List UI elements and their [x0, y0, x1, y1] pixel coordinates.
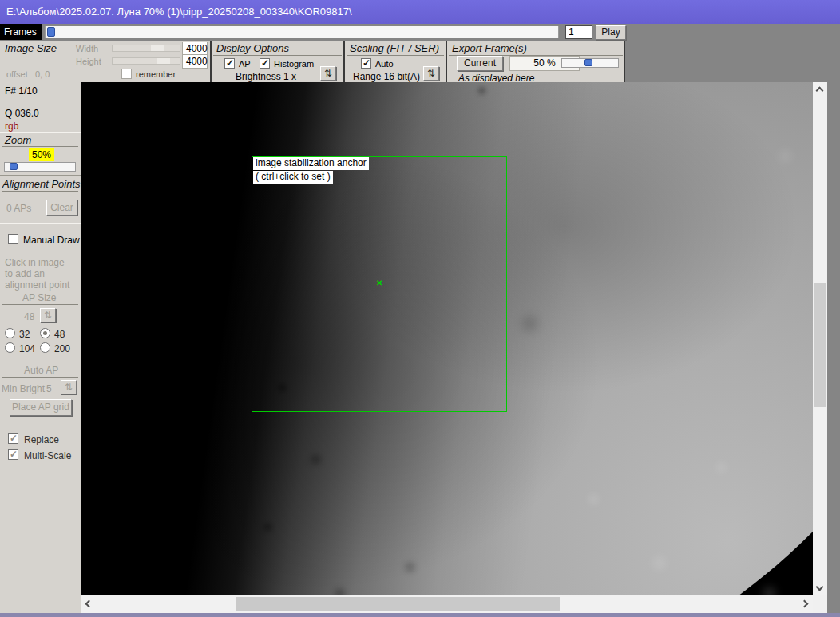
chevron-up-icon [816, 87, 824, 95]
ap-hint-line3: alignment point [5, 279, 69, 291]
width-slider-thumb[interactable] [151, 45, 164, 51]
chevron-down-icon [816, 583, 824, 591]
ap-size-radio-48[interactable] [40, 328, 50, 338]
multi-scale-checkbox[interactable] [8, 449, 18, 460]
histogram-label: Histogram [274, 59, 314, 69]
play-button[interactable]: Play [596, 25, 626, 40]
scroll-left-button[interactable] [81, 595, 94, 613]
anchor-label-line2: ( ctrl+click to set ) [253, 171, 333, 184]
scroll-right-button[interactable] [799, 595, 813, 613]
zoom-slider[interactable] [4, 162, 76, 172]
divider [0, 175, 81, 176]
divider [0, 223, 81, 224]
auto-scaling-label: Auto [375, 59, 394, 69]
ap-size-spinner-icon[interactable]: ⇅ [40, 308, 56, 322]
frames-slider-thumb[interactable] [47, 27, 55, 37]
frame-number-input[interactable] [565, 25, 592, 39]
ap-hint-line2: to add an [5, 268, 45, 279]
ap-size-rule [2, 304, 78, 305]
width-label: Width [76, 44, 98, 53]
vertical-scrollbar[interactable] [813, 82, 827, 595]
scaling-rule [347, 55, 444, 56]
image-size-title: Image Size [5, 42, 57, 54]
place-ap-grid-button[interactable]: Place AP grid [10, 399, 72, 416]
remember-checkbox[interactable] [121, 69, 132, 79]
image-viewer-canvas[interactable]: image stabilization anchor ( ctrl+click … [81, 82, 813, 595]
offset-label: offset [6, 69, 28, 79]
replace-checkbox[interactable] [8, 433, 18, 444]
quality-value: Q 036.0 [5, 108, 39, 119]
chevron-left-icon [85, 600, 93, 608]
ap-size-radio-104-label: 104 [19, 343, 35, 354]
stabilization-anchor-rect[interactable]: image stabilization anchor ( ctrl+click … [252, 156, 507, 412]
horizontal-scrollbar-thumb[interactable] [236, 597, 560, 611]
multi-scale-label: Multi-Scale [24, 450, 71, 461]
frames-slider[interactable] [45, 26, 559, 38]
image-size-panel: Image Size Width 4000 Height 4000 offset… [0, 41, 210, 82]
horizontal-scrollbar[interactable] [81, 595, 813, 613]
range-spinner-icon[interactable]: ⇅ [423, 66, 439, 81]
anchor-center-marker-icon: ✕ [376, 279, 382, 287]
color-mode: rgb [5, 121, 18, 132]
scaling-title: Scaling (FIT / SER) [350, 42, 439, 54]
width-slider[interactable] [112, 45, 180, 52]
frames-toolbar: Frames Play [0, 24, 840, 41]
manual-draw-label: Manual Draw [23, 235, 80, 246]
ap-size-label: AP Size [22, 292, 56, 303]
export-scale-slider[interactable] [561, 58, 619, 68]
ap-size-radio-32[interactable] [5, 328, 15, 338]
alignment-points-title: Alignment Points [2, 178, 81, 190]
divider [0, 132, 81, 133]
ap-size-value: 48 [24, 311, 34, 322]
ap-count: 0 APs [6, 203, 31, 214]
vertical-scrollbar-thumb[interactable] [814, 283, 826, 407]
min-bright-value: 5 [46, 383, 52, 394]
zoom-title: Zoom [5, 134, 31, 146]
export-current-button[interactable]: Current [457, 56, 503, 71]
ap-size-radio-200[interactable] [40, 342, 50, 353]
ap-hint-line1: Click in image [5, 257, 65, 268]
offset-value: 0, 0 [35, 69, 50, 79]
ap-size-radio-200-label: 200 [54, 343, 70, 354]
frame-info: F# 1/10 [5, 85, 38, 97]
auto-ap-rule [2, 377, 78, 378]
ap-size-radio-32-label: 32 [19, 329, 30, 340]
alignment-points-rule [2, 191, 78, 192]
chevron-right-icon [801, 600, 809, 608]
clear-aps-button[interactable]: Clear [46, 200, 77, 216]
auto-scaling-checkbox[interactable] [361, 58, 371, 69]
height-slider-thumb[interactable] [157, 58, 170, 64]
manual-draw-checkbox[interactable] [8, 234, 18, 244]
ap-size-radio-104[interactable] [5, 342, 15, 353]
window-titlebar: E:\Альбом\2025.02.07. Луна 70% (1)\pipp_… [0, 0, 840, 24]
export-scale-slider-thumb[interactable] [584, 59, 592, 66]
ap-label: AP [239, 59, 251, 69]
scroll-up-button[interactable] [813, 82, 827, 96]
ap-checkbox[interactable] [224, 58, 235, 69]
export-frames-panel: Export Frame(s) Current 50 % As displaye… [447, 41, 624, 82]
brightness-spinner-icon[interactable]: ⇅ [320, 66, 336, 81]
zoom-slider-thumb[interactable] [10, 163, 18, 170]
zoom-value: 50% [29, 148, 54, 161]
display-options-panel: Display Options AP Histogram Brightness … [212, 41, 343, 82]
window-title: E:\Альбом\2025.02.07. Луна 70% (1)\pipp_… [6, 6, 352, 18]
sidebar: F# 1/10 Q 036.0 rgb Zoom 50% Alignment P… [0, 82, 81, 613]
replace-label: Replace [24, 434, 59, 445]
range-label: Range 16 bit(A) [353, 71, 420, 82]
min-bright-label: Min Bright [2, 383, 45, 394]
histogram-checkbox[interactable] [260, 58, 270, 69]
settings-panels: Image Size Width 4000 Height 4000 offset… [0, 41, 625, 82]
export-frames-title: Export Frame(s) [452, 42, 527, 54]
display-options-rule [213, 55, 342, 56]
scroll-down-button[interactable] [813, 582, 827, 595]
min-bright-spinner-icon[interactable]: ⇅ [61, 380, 77, 394]
anchor-label-line1: image stabilization anchor [253, 157, 369, 170]
scrollbar-corner [813, 595, 827, 613]
height-label: Height [76, 57, 101, 66]
height-slider[interactable] [112, 57, 180, 65]
height-value: 4000 [182, 54, 208, 69]
ap-size-radio-48-label: 48 [54, 329, 65, 340]
display-options-title: Display Options [216, 42, 289, 54]
remember-label: remember [136, 69, 176, 79]
scaling-panel: Scaling (FIT / SER) Auto Range 16 bit(A)… [345, 41, 446, 82]
